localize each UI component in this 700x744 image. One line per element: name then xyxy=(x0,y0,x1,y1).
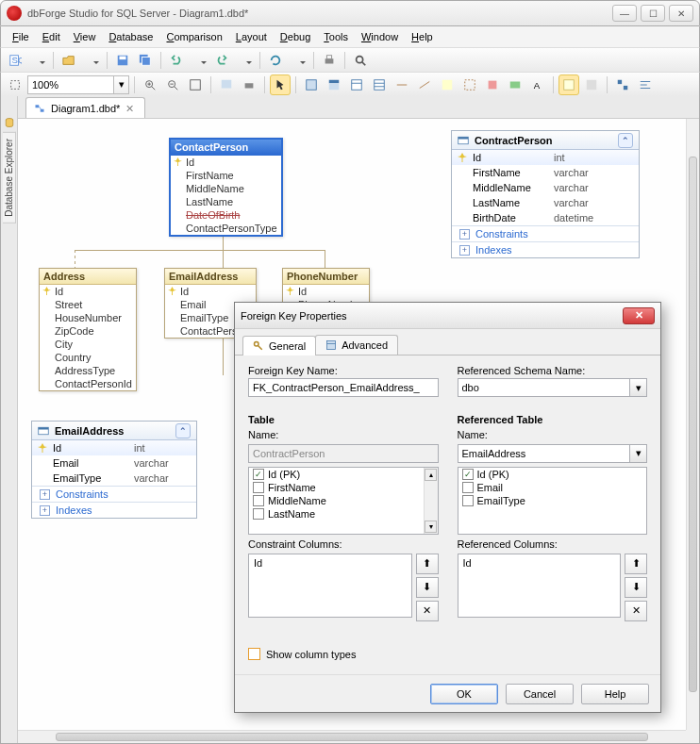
refschema-input[interactable] xyxy=(458,378,631,397)
remove-button[interactable]: ✕ xyxy=(416,601,439,621)
tab-close-icon[interactable]: ✕ xyxy=(125,103,137,114)
relation-tool2-button[interactable] xyxy=(414,74,435,95)
database-explorer-tab[interactable]: Database Explorer xyxy=(3,132,16,223)
checkbox-icon[interactable] xyxy=(462,482,474,493)
list-scrollbar[interactable]: ▴▾ xyxy=(424,468,438,534)
collapse-icon[interactable]: ⌃ xyxy=(618,133,633,148)
table-contactperson[interactable]: ContactPerson Id FirstName MiddleName La… xyxy=(169,138,283,237)
dialog-titlebar[interactable]: Foreign Key Properties ✕ xyxy=(235,303,660,329)
horizontal-scrollbar[interactable] xyxy=(18,730,686,743)
zoom-out-button[interactable] xyxy=(162,74,183,95)
maximize-button[interactable]: ☐ xyxy=(641,5,665,22)
open-button[interactable] xyxy=(58,50,79,71)
column-row[interactable]: Emailvarchar xyxy=(32,455,196,471)
scrollbar-thumb[interactable] xyxy=(689,157,697,692)
relation-tool1-button[interactable] xyxy=(392,74,412,95)
minimize-button[interactable]: — xyxy=(612,5,637,22)
show-column-types-row[interactable]: Show column types xyxy=(248,643,647,665)
table-columns-list[interactable]: Id (PK) FirstName MiddleName LastName ▴▾ xyxy=(248,467,439,535)
table-address[interactable]: Address Id Street HouseNumber ZipCode Ci… xyxy=(39,268,137,391)
column-row[interactable]: LastNamevarchar xyxy=(452,195,639,210)
column-checkbox-row[interactable]: Id (PK) xyxy=(458,468,647,481)
pointer-tool-button[interactable] xyxy=(270,74,291,95)
table-tool2-button[interactable] xyxy=(324,74,344,95)
zoom-fit-button[interactable] xyxy=(185,74,206,95)
menu-layout[interactable]: Layout xyxy=(230,29,273,44)
tab-advanced[interactable]: Advanced xyxy=(315,335,398,355)
menu-comparison[interactable]: Comparison xyxy=(160,29,227,44)
save-all-button[interactable] xyxy=(135,50,156,71)
redo-dropdown[interactable] xyxy=(234,50,255,71)
constraint-columns-box[interactable]: Id xyxy=(248,554,412,618)
column-checkbox-row[interactable]: Email xyxy=(458,481,647,494)
text-tool-button[interactable]: A xyxy=(527,74,548,95)
close-button[interactable]: ✕ xyxy=(669,5,693,22)
tab-diagram1[interactable]: Diagram1.dbd* ✕ xyxy=(25,97,145,118)
database-explorer-icon[interactable] xyxy=(4,117,15,128)
help-button[interactable]: Help xyxy=(581,684,649,704)
highlight-button[interactable] xyxy=(558,74,579,95)
zoom-dropdown[interactable]: ▾ xyxy=(114,75,129,94)
column-row[interactable]: BirthDatedatetime xyxy=(452,210,639,225)
column-row[interactable]: Idint xyxy=(32,440,196,455)
table-tool4-button[interactable] xyxy=(369,74,390,95)
undo-dropdown[interactable] xyxy=(189,50,209,71)
menu-debug[interactable]: Debug xyxy=(275,29,316,44)
save-button[interactable] xyxy=(112,50,133,71)
new-sql-dropdown[interactable] xyxy=(27,50,48,71)
indexes-section[interactable]: +Indexes xyxy=(452,241,639,257)
panel-emailaddress[interactable]: EmailAddress ⌃ Idint Emailvarchar EmailT… xyxy=(31,421,197,519)
menu-edit[interactable]: Edit xyxy=(37,29,66,44)
refresh-button[interactable] xyxy=(265,50,286,71)
panel-contractperson[interactable]: ContractPerson ⌃ Idint FirstNamevarchar … xyxy=(451,130,640,258)
constraints-section[interactable]: +Constraints xyxy=(32,486,196,502)
table-tool3-button[interactable] xyxy=(346,74,367,95)
container-tool-button[interactable] xyxy=(459,74,480,95)
tab-general[interactable]: General xyxy=(242,336,316,355)
print-button[interactable] xyxy=(319,50,340,71)
image-tool-button[interactable] xyxy=(505,74,525,95)
collapse-icon[interactable]: ⌃ xyxy=(175,423,191,438)
zoom-control[interactable]: ▾ xyxy=(27,75,129,94)
refresh-dropdown[interactable] xyxy=(288,50,308,71)
stamp-tool-button[interactable] xyxy=(482,74,503,95)
indexes-section[interactable]: +Indexes xyxy=(32,502,196,518)
menu-tools[interactable]: Tools xyxy=(318,29,354,44)
menu-file[interactable]: File xyxy=(7,29,35,44)
cancel-button[interactable]: Cancel xyxy=(506,684,574,704)
checkbox-icon[interactable] xyxy=(253,508,264,520)
checkbox-icon[interactable] xyxy=(253,469,264,480)
menu-window[interactable]: Window xyxy=(356,29,404,44)
print-diagram-button[interactable] xyxy=(239,74,259,95)
menu-help[interactable]: Help xyxy=(406,29,439,44)
note-tool-button[interactable] xyxy=(437,74,458,95)
align-button[interactable] xyxy=(635,74,656,95)
reftablename-input[interactable] xyxy=(458,444,631,463)
zoom-in-button[interactable] xyxy=(140,74,160,95)
arrange-button[interactable] xyxy=(612,74,633,95)
column-checkbox-row[interactable]: Id (PK) xyxy=(249,468,438,481)
checkbox-icon[interactable] xyxy=(253,495,264,506)
table-tool1-button[interactable] xyxy=(301,74,322,95)
reftable-columns-list[interactable]: Id (PK) Email EmailType xyxy=(458,467,648,535)
constraints-section[interactable]: +Constraints xyxy=(452,225,639,241)
checkbox-icon[interactable] xyxy=(253,482,264,493)
ok-button[interactable]: OK xyxy=(430,684,498,704)
move-up-button[interactable]: ⬆ xyxy=(416,554,439,574)
referenced-columns-box[interactable]: Id xyxy=(458,554,622,618)
column-row[interactable]: MiddleNamevarchar xyxy=(452,180,639,195)
column-row[interactable]: FirstNamevarchar xyxy=(452,165,639,180)
dialog-close-button[interactable]: ✕ xyxy=(623,307,655,324)
show-types-checkbox[interactable] xyxy=(248,648,260,660)
move-up-button[interactable]: ⬆ xyxy=(625,554,647,574)
menu-database[interactable]: Database xyxy=(103,29,158,44)
column-checkbox-row[interactable]: MiddleName xyxy=(249,494,438,507)
new-sql-button[interactable]: SQL xyxy=(5,50,25,71)
undo-button[interactable] xyxy=(166,50,187,71)
redo-button[interactable] xyxy=(211,50,232,71)
find-button[interactable] xyxy=(350,50,371,71)
checkbox-icon[interactable] xyxy=(462,495,474,506)
column-checkbox-row[interactable]: FirstName xyxy=(249,481,438,494)
zoom-input[interactable] xyxy=(27,75,114,94)
move-down-button[interactable]: ⬇ xyxy=(416,577,439,598)
